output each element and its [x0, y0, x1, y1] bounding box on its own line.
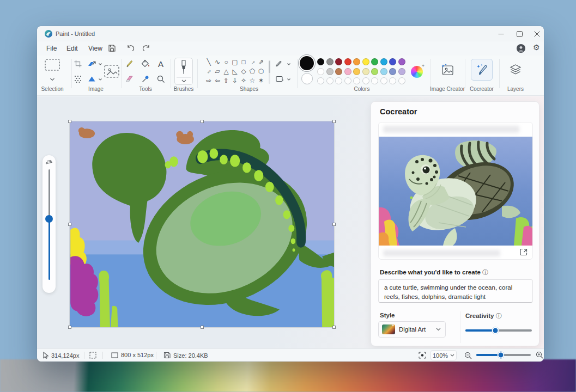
shape-curve[interactable]: ∿ [213, 58, 222, 66]
color-picker-tool-button[interactable] [142, 75, 150, 83]
palette-color-swatch[interactable] [371, 58, 378, 65]
settings-gear-icon[interactable]: ⚙ [533, 43, 540, 52]
palette-empty-slot[interactable] [380, 77, 387, 84]
palette-color-swatch[interactable] [317, 58, 324, 65]
palette-color-swatch[interactable] [380, 58, 387, 65]
cocreator-button[interactable] [471, 59, 493, 81]
palette-color-swatch[interactable] [344, 68, 351, 75]
shape-six-point-star[interactable]: ✶ [257, 76, 265, 85]
eraser-tool-button[interactable] [125, 75, 134, 83]
menu-edit[interactable]: Edit [63, 44, 81, 53]
shape-fill-button[interactable] [276, 76, 284, 83]
resize-button[interactable] [88, 60, 96, 68]
palette-empty-slot[interactable] [398, 77, 405, 84]
selection-handle[interactable] [332, 223, 336, 226]
edit-colors-wheel-button[interactable]: + [411, 66, 423, 78]
palette-empty-slot[interactable] [362, 77, 369, 84]
account-avatar[interactable] [517, 44, 525, 55]
palette-color-swatch[interactable] [344, 58, 351, 65]
flip-dropdown-chevron-icon[interactable] [99, 78, 102, 81]
prompt-input[interactable]: a cute turtle, swimming under the ocean,… [378, 279, 533, 303]
palette-color-swatch[interactable] [389, 58, 396, 65]
close-button[interactable] [529, 30, 544, 38]
fill-chevron-icon[interactable] [287, 78, 291, 81]
palette-color-swatch[interactable] [317, 68, 324, 75]
magnifier-tool-button[interactable] [157, 75, 165, 83]
menu-file[interactable]: File [43, 44, 60, 53]
generated-turtle-image[interactable] [379, 137, 533, 247]
palette-empty-slot[interactable] [353, 77, 360, 84]
shape-arrow-left[interactable]: ⇦ [213, 76, 222, 85]
zoom-slider-thumb[interactable] [498, 352, 505, 359]
shape-pentagon[interactable]: ⬠ [248, 67, 257, 76]
undo-button[interactable] [126, 44, 135, 54]
palette-color-swatch[interactable] [353, 58, 360, 65]
palette-color-swatch[interactable] [326, 68, 334, 75]
save-button[interactable] [108, 44, 116, 54]
shape-five-point-star[interactable]: ☆ [248, 76, 257, 85]
zoom-out-button[interactable] [464, 352, 472, 359]
shape-arrow-bold[interactable]: ⇒ [255, 56, 268, 69]
flip-rotate-button[interactable] [88, 76, 96, 83]
describe-info-icon[interactable]: ⓘ [482, 269, 488, 275]
palette-color-swatch[interactable] [335, 58, 342, 65]
redo-button[interactable] [142, 44, 150, 54]
palette-empty-slot[interactable] [344, 77, 351, 84]
creativity-slider-thumb[interactable] [492, 327, 499, 334]
palette-color-swatch[interactable] [353, 68, 360, 75]
outline-chevron-icon[interactable] [287, 63, 291, 66]
shapes-scrollbar[interactable] [269, 60, 270, 84]
selection-handle[interactable] [332, 326, 336, 329]
shape-hexagon[interactable]: ⬡ [257, 67, 265, 76]
layers-button[interactable] [505, 59, 526, 81]
palette-color-swatch[interactable] [362, 58, 369, 65]
color2-swatch[interactable] [301, 73, 313, 84]
selection-handle[interactable] [68, 326, 71, 329]
fill-tool-button[interactable] [141, 60, 150, 68]
expand-image-button[interactable] [518, 247, 529, 258]
drawing-canvas[interactable] [70, 121, 334, 327]
palette-empty-slot[interactable] [389, 77, 396, 84]
palette-empty-slot[interactable] [335, 77, 342, 84]
shape-right-triangle[interactable]: ◺ [231, 67, 239, 76]
selection-handle[interactable] [332, 120, 336, 123]
palette-color-swatch[interactable] [398, 68, 405, 75]
brushes-button[interactable] [174, 58, 193, 85]
palette-color-swatch[interactable] [398, 58, 405, 65]
shape-outline-button[interactable] [276, 60, 284, 67]
palette-empty-slot[interactable] [326, 77, 334, 84]
shape-arrow-down[interactable]: ⇩ [231, 76, 239, 85]
minimize-button[interactable] [493, 30, 509, 38]
zoom-level-dropdown[interactable]: 100% [431, 350, 457, 360]
shape-four-point-star[interactable]: ✧ [239, 76, 248, 85]
shape-arrow-right[interactable]: ⇨ [204, 76, 213, 85]
shape-arrow-up[interactable]: ⇧ [222, 76, 231, 85]
shape-rounded-rectangle[interactable]: ▢ [231, 58, 239, 66]
color1-swatch[interactable] [300, 56, 314, 70]
image-options-button[interactable] [104, 64, 120, 78]
palette-color-swatch[interactable] [371, 68, 378, 75]
size-slider[interactable] [43, 155, 56, 293]
size-slider-thumb[interactable] [45, 215, 53, 223]
palette-empty-slot[interactable] [371, 77, 378, 84]
pencil-tool-button[interactable] [125, 60, 134, 68]
palette-color-swatch[interactable] [362, 68, 369, 75]
selection-handle[interactable] [68, 223, 71, 226]
creativity-slider[interactable] [465, 329, 532, 332]
selection-handle[interactable] [201, 326, 204, 329]
selection-tool-button[interactable] [45, 59, 60, 71]
selection-dropdown-chevron-icon[interactable] [50, 78, 55, 81]
palette-empty-slot[interactable] [317, 77, 324, 84]
shape-oval[interactable]: ○ [222, 58, 231, 66]
zoom-in-button[interactable] [536, 351, 543, 359]
shape-triangle[interactable]: △ [222, 67, 231, 76]
zoom-slider[interactable] [476, 354, 531, 356]
fit-to-screen-button[interactable] [419, 352, 426, 359]
selection-handle[interactable] [201, 120, 204, 123]
crop-button[interactable] [74, 60, 82, 68]
palette-color-swatch[interactable] [389, 68, 396, 75]
shape-diamond[interactable]: ◇ [239, 67, 248, 76]
maximize-button[interactable] [511, 30, 528, 38]
titlebar[interactable]: Paint - Untitled [37, 26, 544, 41]
palette-color-swatch[interactable] [335, 68, 342, 75]
